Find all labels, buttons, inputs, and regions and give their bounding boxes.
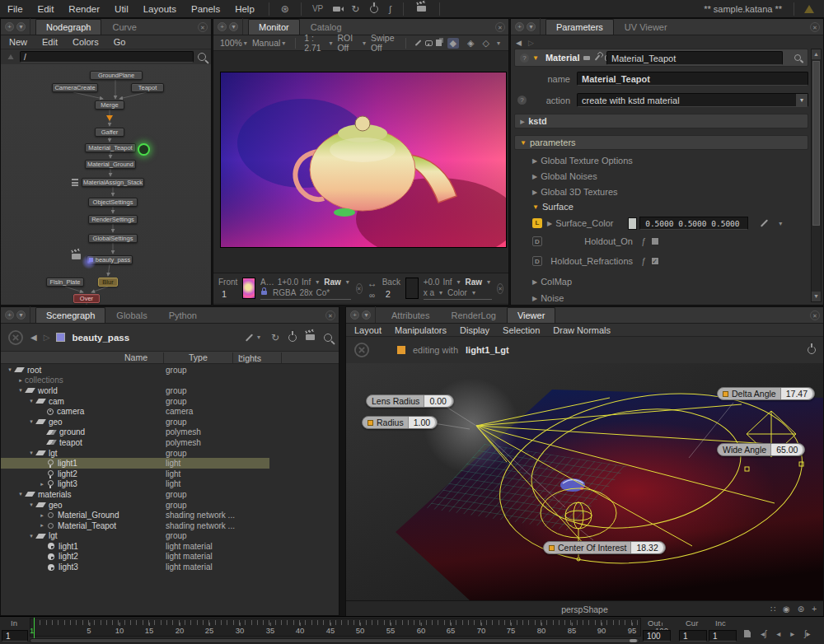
help-icon[interactable]: ?: [517, 96, 527, 105]
scenegraph-row[interactable]: light2 light: [1, 469, 339, 479]
pane-menu-button[interactable]: ▾: [362, 310, 371, 320]
viewer-menu-item[interactable]: Display: [460, 325, 489, 335]
roi-select[interactable]: ROI Off▾: [337, 33, 368, 53]
inc-field[interactable]: 1: [709, 630, 737, 642]
menubar-item[interactable]: Edit: [30, 4, 62, 14]
expand-icon[interactable]: ▾: [6, 366, 14, 373]
surface-group[interactable]: ▼ Surface: [532, 202, 574, 212]
manipulator-pill[interactable]: Radius 1.00: [362, 416, 438, 429]
scenegraph-row[interactable]: ▾ root group: [1, 365, 339, 376]
power-icon[interactable]: [370, 5, 378, 13]
tab[interactable]: Globals: [105, 307, 157, 323]
back-exposure[interactable]: +0.0: [424, 278, 440, 287]
power-icon[interactable]: [808, 346, 816, 354]
expression-toggle-icon[interactable]: ƒ: [641, 257, 646, 266]
in-field[interactable]: 1: [2, 630, 28, 642]
timeline-ruler[interactable]: 5101520253035404550556065707580859095100: [30, 618, 641, 637]
graph-node[interactable]: Material_Ground: [85, 160, 136, 169]
center-icon[interactable]: ◇: [483, 38, 489, 49]
graph-node[interactable]: Merge: [95, 100, 124, 110]
viewer-menu-item[interactable]: Selection: [503, 325, 540, 335]
pill-value[interactable]: 1.00: [408, 417, 435, 428]
front-exposure[interactable]: 1+0.0: [278, 278, 298, 287]
scenegraph-row[interactable]: ▸ Material_Ground shading network ...: [1, 510, 339, 520]
aspect-select[interactable]: 1 : 2.71▾: [304, 33, 334, 53]
menubar-item[interactable]: Help: [227, 4, 262, 14]
wrench-icon[interactable]: [594, 54, 600, 60]
settings-icon[interactable]: ⊛: [798, 604, 804, 614]
scenegraph-row[interactable]: ▾ geo group: [1, 500, 339, 511]
graph-node[interactable]: Flsln_Plate: [46, 278, 84, 287]
graph-node[interactable]: RenderSettings: [88, 215, 138, 224]
graph-node[interactable]: MaterialAssign_Stack: [82, 178, 144, 187]
render-image[interactable]: [220, 72, 507, 248]
scenegraph-row[interactable]: light3 light material: [1, 562, 339, 572]
viewport-3d[interactable]: Lens Radius 0.00 Radius 1.00 Delta Angle…: [346, 363, 823, 600]
column-type[interactable]: Type: [189, 352, 208, 362]
scenegraph-row[interactable]: ▾ cam group: [1, 396, 339, 407]
chevron-down-icon[interactable]: ▾: [497, 40, 500, 47]
expand-icon[interactable]: ▸: [38, 481, 46, 488]
render-camera-icon[interactable]: [333, 7, 340, 12]
expand-icon[interactable]: ▾: [27, 398, 35, 404]
update-mode-select[interactable]: Manual▾: [252, 38, 287, 48]
back-clear-icon[interactable]: ✕: [497, 283, 503, 294]
tab[interactable]: UV Viewer: [614, 19, 678, 35]
graph-node[interactable]: Material_Teapot: [85, 143, 136, 152]
scroll-up-icon[interactable]: ▲: [812, 49, 821, 59]
viewer-menu-item[interactable]: Manipulators: [395, 325, 447, 335]
front-slot[interactable]: A…: [260, 278, 274, 287]
tab[interactable]: Attributes: [381, 307, 440, 323]
expand-icon[interactable]: ▸: [38, 512, 46, 519]
tab[interactable]: Monitor: [248, 19, 300, 35]
range-scrollbar[interactable]: [30, 638, 639, 643]
graph-node[interactable]: GroundPlane: [90, 71, 143, 80]
manipulator-pill[interactable]: Delta Angle 17.47: [717, 387, 815, 400]
add-icon[interactable]: +: [812, 604, 817, 614]
pill-value[interactable]: 18.32: [630, 542, 662, 553]
front-channels[interactable]: RGBA: [273, 288, 296, 297]
pill-value[interactable]: 17.47: [780, 388, 812, 399]
pane-menu-button[interactable]: ▾: [16, 22, 26, 31]
chevron-down-icon[interactable]: ▾: [472, 289, 475, 296]
graph-node[interactable]: Blur: [98, 278, 118, 287]
back-icon[interactable]: ◀: [30, 333, 37, 342]
scenegraph-row[interactable]: ▾ lgt group: [1, 531, 339, 542]
pill-value[interactable]: 65.00: [770, 444, 803, 455]
chevron-down-icon[interactable]: ▾: [439, 289, 442, 296]
power-icon[interactable]: [288, 334, 297, 342]
pane-split-button[interactable]: +: [350, 310, 359, 320]
pane-split-button[interactable]: +: [515, 22, 524, 31]
parameters-group[interactable]: ▼ parameters: [514, 135, 808, 150]
back-view-mode[interactable]: Raw: [466, 278, 483, 287]
disclosure-icon[interactable]: ▶: [547, 220, 552, 227]
nodegraph-canvas[interactable]: GroundPlane CameraCreate Teapot Merge Ga…: [1, 64, 211, 305]
pill-value[interactable]: 0.00: [424, 395, 451, 407]
scrollbar[interactable]: ▲ ▼: [811, 49, 822, 302]
node-name-field[interactable]: Material_Teapot: [606, 51, 783, 65]
clear-context-icon[interactable]: [8, 330, 23, 345]
scenegraph-row[interactable]: ▸ light3 light: [1, 479, 339, 490]
step-forward-icon[interactable]: ▸: [790, 629, 794, 638]
scenegraph-row[interactable]: teapot polymesh: [1, 437, 339, 448]
manipulator-pill[interactable]: Lens Radius 0.00: [366, 394, 454, 408]
scenegraph-row[interactable]: camera camera: [1, 406, 339, 417]
scenegraph-row[interactable]: ▸ collections: [1, 376, 339, 386]
warning-icon[interactable]: [804, 5, 814, 13]
out-field[interactable]: 100: [643, 630, 671, 642]
noise-group[interactable]: ▶ Noise: [532, 293, 564, 303]
close-icon[interactable]: ✕: [810, 22, 820, 32]
disclosure-icon[interactable]: ▼: [520, 139, 527, 147]
front-thumbnail[interactable]: [242, 278, 255, 299]
refresh-icon[interactable]: ↻: [351, 3, 359, 15]
chevron-down-icon[interactable]: ▾: [457, 278, 461, 286]
refresh-icon[interactable]: ↻: [271, 332, 279, 343]
scenegraph-row[interactable]: ground polymesh: [1, 427, 339, 438]
pane-menu-button[interactable]: ▾: [229, 22, 238, 31]
disclosure-icon[interactable]: ▶: [520, 118, 525, 124]
expand-icon[interactable]: ▾: [27, 533, 35, 539]
graph-node[interactable]: CameraCreate: [52, 83, 98, 92]
tab[interactable]: Python: [158, 307, 208, 323]
tab[interactable]: Curve: [101, 19, 147, 35]
flipbook-icon[interactable]: [744, 630, 751, 637]
